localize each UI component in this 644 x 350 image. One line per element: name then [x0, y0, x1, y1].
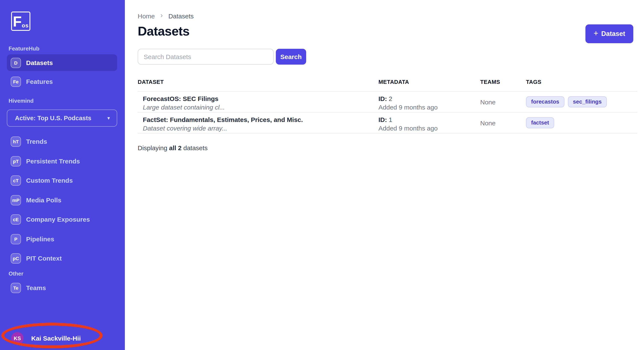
plus-icon: + [594, 29, 598, 38]
dropdown-selected-value: Active: Top U.S. Podcasts [15, 115, 91, 122]
sidebar-item-label: Company Exposures [26, 216, 90, 223]
user-name: Kai Sackville-Hii [31, 334, 81, 342]
logo-subscript: os [22, 22, 29, 29]
teams-cell: None [480, 92, 526, 112]
section-label-featurehub: FeatureHub [8, 45, 39, 52]
results-count-number: all 2 [169, 144, 182, 151]
teams-cell: None [480, 113, 526, 133]
company-exposures-icon: cE [11, 214, 21, 224]
metadata-cell: ID:2 Added 9 months ago [378, 92, 480, 112]
dataset-name[interactable]: ForecastOS: SEC Filings [143, 95, 378, 103]
features-icon: Fe [11, 76, 21, 87]
main-content: Home › Datasets Datasets + Dataset Searc… [125, 0, 644, 350]
results-count-prefix: Displaying [138, 144, 167, 151]
sidebar-item-label: Features [26, 78, 53, 85]
sidebar-item-label: Media Polls [26, 196, 61, 204]
tag-pill[interactable]: sec_filings [568, 96, 607, 107]
media-polls-icon: mP [11, 195, 21, 205]
dataset-cell: ForecastOS: SEC Filings Large dataset co… [138, 92, 378, 112]
logo-letter: F [13, 16, 22, 28]
tag-pill[interactable]: forecastos [526, 96, 564, 107]
metadata-cell: ID:1 Added 9 months ago [378, 113, 480, 133]
sidebar: Fos FeatureHub D Datasets Fe Features Hi… [0, 0, 125, 350]
sidebar-item-teams[interactable]: Te Teams [7, 279, 117, 296]
table-row[interactable]: FactSet: Fundamentals, Estimates, Prices… [138, 113, 637, 134]
column-header-metadata: METADATA [378, 79, 480, 91]
page-title: Datasets [138, 24, 190, 39]
sidebar-item-label: Custom Trends [26, 177, 73, 184]
persistent-trends-icon: pT [11, 156, 21, 166]
tag-pill[interactable]: factset [526, 117, 554, 128]
pit-context-icon: pC [11, 253, 21, 263]
column-header-tags: TAGS [526, 79, 637, 91]
datasets-icon: D [11, 58, 21, 68]
section-label-other: Other [8, 270, 23, 277]
add-dataset-button-label: Dataset [601, 30, 625, 38]
chevron-down-icon: ▾ [107, 115, 110, 121]
sidebar-item-label: Pipelines [26, 235, 54, 243]
teams-icon: Te [11, 283, 21, 293]
sidebar-item-trends[interactable]: hT Trends [7, 133, 117, 150]
search-input[interactable] [138, 49, 274, 65]
sidebar-item-custom-trends[interactable]: cT Custom Trends [7, 172, 117, 189]
section-label-hivemind: Hivemind [8, 98, 34, 104]
chevron-right-icon: › [160, 11, 163, 20]
results-count-suffix: datasets [183, 144, 208, 151]
custom-trends-icon: cT [11, 175, 21, 185]
app-logo[interactable]: Fos [11, 12, 30, 31]
pipelines-icon: P [11, 234, 21, 244]
tags-cell: factset [526, 113, 637, 133]
sidebar-item-features[interactable]: Fe Features [7, 73, 117, 90]
sidebar-item-label: PIT Context [26, 255, 62, 262]
sidebar-item-datasets[interactable]: D Datasets [7, 54, 117, 71]
id-value: 1 [389, 116, 392, 123]
avatar: KS [11, 332, 24, 344]
dataset-description: Dataset covering wide array... [143, 124, 378, 133]
sidebar-item-pit-context[interactable]: pC PIT Context [7, 250, 117, 266]
added-timestamp: Added 9 months ago [378, 103, 480, 112]
app-screen: Fos FeatureHub D Datasets Fe Features Hi… [0, 0, 644, 350]
id-label: ID: [378, 116, 387, 123]
table-row[interactable]: ForecastOS: SEC Filings Large dataset co… [138, 92, 637, 113]
add-dataset-button[interactable]: + Dataset [586, 24, 633, 43]
sidebar-item-label: Datasets [26, 59, 53, 66]
breadcrumb-current: Datasets [168, 12, 194, 20]
results-count: Displaying all 2 datasets [138, 144, 208, 151]
sidebar-item-media-polls[interactable]: mP Media Polls [7, 192, 117, 208]
dataset-description: Large dataset containing cl... [143, 103, 378, 112]
sidebar-item-label: Persistent Trends [26, 157, 80, 165]
column-header-teams: TEAMS [480, 79, 526, 91]
active-podcast-dropdown[interactable]: Active: Top U.S. Podcasts ▾ [7, 110, 117, 127]
sidebar-item-company-exposures[interactable]: cE Company Exposures [7, 211, 117, 228]
user-menu[interactable]: KS Kai Sackville-Hii [11, 332, 81, 344]
tags-cell: forecastos sec_filings [526, 92, 637, 112]
breadcrumb-home-link[interactable]: Home [138, 12, 155, 20]
sidebar-item-persistent-trends[interactable]: pT Persistent Trends [7, 153, 117, 169]
dataset-name[interactable]: FactSet: Fundamentals, Estimates, Prices… [143, 116, 378, 124]
sidebar-item-label: Trends [26, 138, 47, 145]
sidebar-item-pipelines[interactable]: P Pipelines [7, 231, 117, 247]
added-timestamp: Added 9 months ago [378, 124, 480, 133]
sidebar-item-label: Teams [26, 284, 46, 291]
column-header-dataset: DATASET [138, 79, 378, 91]
id-value: 2 [389, 95, 392, 102]
trends-icon: hT [11, 136, 21, 147]
datasets-table: DATASET METADATA TEAMS TAGS ForecastOS: … [138, 79, 637, 134]
id-label: ID: [378, 95, 387, 102]
dataset-cell: FactSet: Fundamentals, Estimates, Prices… [138, 113, 378, 133]
breadcrumb: Home › Datasets [138, 12, 194, 20]
table-header-row: DATASET METADATA TEAMS TAGS [138, 79, 637, 92]
search-button[interactable]: Search [276, 49, 306, 65]
